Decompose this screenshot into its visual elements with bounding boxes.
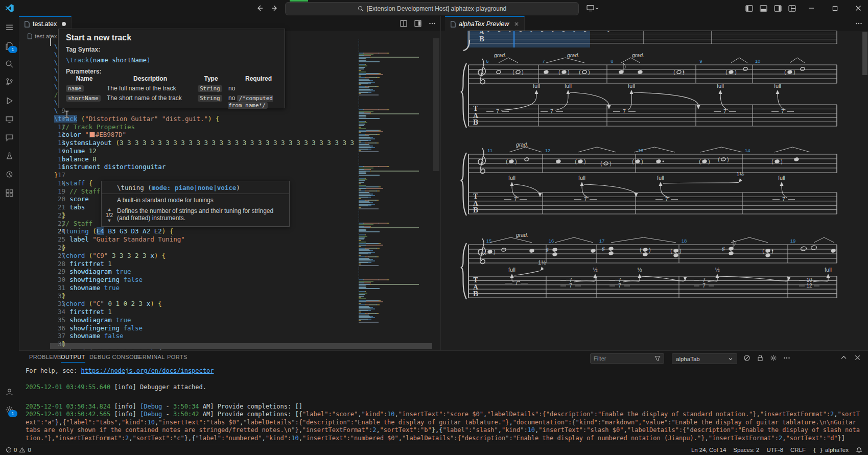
toggle-primary-sidebar-icon[interactable]: [742, 2, 756, 14]
editor-horizontal-scrollbar[interactable]: [50, 343, 432, 349]
minimize-button[interactable]: [801, 2, 822, 14]
notifications-bell[interactable]: [852, 444, 866, 455]
customize-layout-icon[interactable]: [785, 2, 799, 14]
activity-item-run-debug[interactable]: [0, 92, 19, 109]
minimap-line: [359, 207, 361, 208]
minimap-line: [359, 279, 389, 280]
log-link[interactable]: https://nodejs.org/en/docs/inspector: [81, 367, 214, 374]
code-line: \: [54, 42, 58, 51]
minimap-line: [359, 214, 359, 215]
signature-code: \tuning (mode: piano|none|voice): [102, 181, 289, 194]
bend-label: full: [825, 267, 832, 273]
code-line: showdiagram true: [54, 268, 131, 276]
status-ln-col[interactable]: Ln 24, Col 14: [688, 444, 730, 455]
hover-title: Start a new track: [66, 33, 277, 42]
code-line: label "Guitar Standard Tuning": [54, 235, 185, 244]
minimap-line: [359, 264, 361, 265]
minimap-line: [359, 243, 381, 244]
chevron-down-icon[interactable]: ▼: [104, 219, 115, 223]
activity-item-explorer[interactable]: 1: [0, 37, 19, 54]
problems-status[interactable]: 0 0: [2, 444, 35, 455]
code-line: volume 12: [54, 147, 97, 155]
split-editor-icon[interactable]: [400, 20, 407, 27]
minimap-line: [359, 226, 371, 227]
minimap-line: [359, 237, 365, 238]
nav-forward-button[interactable]: [268, 2, 282, 14]
chevron-up-icon[interactable]: ▲: [104, 207, 115, 212]
status-language[interactable]: { } alphaTex: [809, 444, 852, 455]
param-desc-cell: The full name of the track: [107, 85, 194, 92]
param-required-cell: no /*computed from name*/: [228, 94, 289, 109]
minimap-line: [359, 84, 361, 85]
minimap-line: [359, 153, 359, 154]
maximize-button[interactable]: [825, 2, 845, 14]
toggle-secondary-sidebar-icon[interactable]: [770, 2, 785, 14]
status-eol[interactable]: CRLF: [787, 444, 809, 455]
activity-item-menu[interactable]: [0, 18, 19, 36]
status-indent[interactable]: Spaces: 2: [730, 444, 763, 455]
fret-number: 2: [583, 31, 586, 33]
minimap-line: [359, 202, 373, 203]
minimap-line: [359, 103, 359, 104]
toggle-layout-icon[interactable]: [414, 20, 421, 27]
minimap-line: [359, 105, 359, 106]
activity-item-account[interactable]: [0, 383, 19, 400]
minimap-line: [359, 61, 380, 62]
minimap-line: [359, 144, 369, 145]
activity-item-search[interactable]: [0, 55, 19, 73]
recording-indicator-strip: [290, 0, 308, 2]
minimap-line: [359, 53, 389, 54]
code-line: \chord ("C9" 3 3 3 2 3 x) {: [54, 252, 166, 260]
code-line: /: [54, 91, 58, 99]
bend-label: full: [717, 83, 724, 89]
bend-label: ½: [637, 267, 642, 273]
breadcrumb-file-icon: [27, 33, 32, 39]
close-icon[interactable]: [514, 21, 519, 27]
fret-number: 9: [551, 31, 554, 33]
minimap[interactable]: [358, 38, 432, 324]
bend-label: full: [565, 83, 572, 89]
status-encoding[interactable]: UTF-8: [763, 444, 787, 455]
editor-vertical-scrollbar[interactable]: [433, 38, 439, 171]
activity-item-timeline[interactable]: [0, 165, 19, 183]
fret-number: 9: [487, 31, 489, 33]
minimap-line: [359, 167, 373, 169]
code-line: }: [54, 171, 58, 179]
tab-alphatex-preview[interactable]: alphaTex Preview: [445, 16, 525, 31]
minimap-line: [359, 308, 375, 309]
paren: ): [727, 157, 729, 162]
activity-item-chat[interactable]: [0, 129, 19, 146]
activity-item-extensions[interactable]: [0, 184, 19, 201]
modified-dot-icon[interactable]: [62, 22, 66, 26]
hover-tag-syntax-label: Tag Syntax:: [66, 46, 277, 53]
preview-scrollbar[interactable]: [862, 32, 867, 75]
minimap-line: [359, 255, 361, 256]
bar-number: 14: [745, 148, 750, 153]
paren: ): [522, 69, 523, 75]
code-line: \: [54, 59, 58, 67]
paren: ): [708, 159, 710, 164]
minimap-line: [359, 294, 365, 295]
hover-code: \track(name shortName): [66, 56, 277, 64]
activity-item-settings-gear[interactable]: 1: [0, 401, 19, 418]
more-actions-icon[interactable]: [429, 20, 436, 27]
close-window-button[interactable]: [848, 2, 868, 14]
minimap-line: [359, 160, 359, 161]
command-center-search[interactable]: [Extension Development Host] alphatex-pl…: [285, 2, 579, 15]
minimap-line: [359, 42, 359, 43]
toggle-panel-icon[interactable]: [756, 2, 770, 14]
minimap-line: [359, 93, 361, 94]
output-log[interactable]: For help, see: https://nodejs.org/en/doc…: [26, 353, 863, 444]
minimap-line: [359, 70, 361, 71]
screencast-icon[interactable]: [582, 2, 603, 14]
nav-back-button[interactable]: [252, 2, 267, 14]
bar-number: 7: [542, 58, 545, 64]
activity-item-source-control[interactable]: [0, 74, 19, 91]
alphatab-music-preview[interactable]: AB92929292929678910grad.grad.grad.TAB()(…: [440, 31, 868, 350]
minimap-line: [359, 122, 367, 123]
paren: ): [515, 159, 517, 164]
activity-item-remote-explorer[interactable]: [0, 110, 19, 128]
activity-item-testing[interactable]: [0, 147, 19, 164]
minimap-line: [359, 240, 361, 241]
more-actions-icon[interactable]: [855, 20, 862, 27]
